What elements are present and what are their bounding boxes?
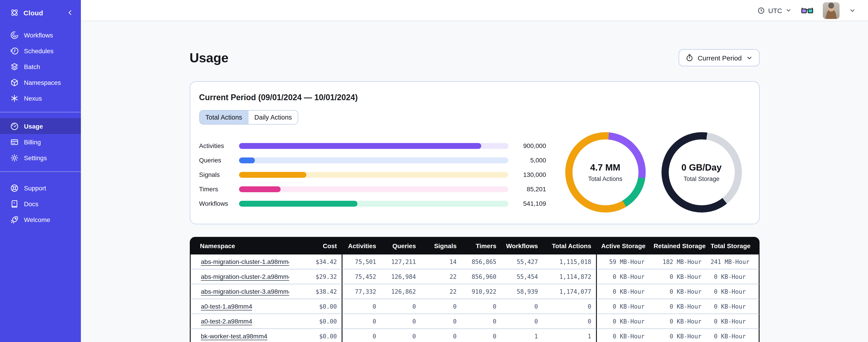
namespace-cell: abs-migration-cluster-2.a98mm4 bbox=[190, 269, 289, 284]
sidebar-item-settings[interactable]: Settings bbox=[0, 150, 81, 166]
table-cell: $38.42 bbox=[289, 284, 341, 299]
gauge-icon bbox=[10, 122, 19, 131]
sidebar-item-welcome[interactable]: Welcome bbox=[0, 212, 81, 228]
table-cell: $0.00 bbox=[289, 329, 341, 342]
tab-total-actions[interactable]: Total Actions bbox=[199, 110, 248, 124]
donut-label: Total Actions bbox=[588, 175, 622, 182]
namespace-link[interactable]: abs-migration-cluster-3.a98mm4 bbox=[201, 288, 289, 295]
bar-fill bbox=[239, 201, 357, 206]
sidebar-item-usage[interactable]: Usage bbox=[0, 118, 81, 134]
bar-label: Activities bbox=[199, 142, 239, 149]
clock-icon bbox=[757, 6, 765, 14]
table-cell: 0 bbox=[421, 329, 461, 342]
table-cell: 0 KB-Hour bbox=[706, 329, 759, 342]
nav-main: Workflows Schedules bbox=[0, 27, 81, 106]
sidebar-collapse-icon[interactable] bbox=[66, 9, 74, 16]
namespace-link[interactable]: a0-test-1.a98mm4 bbox=[201, 303, 252, 310]
col-header-timers: Timers bbox=[461, 237, 501, 254]
sidebar-item-billing[interactable]: Billing bbox=[0, 134, 81, 150]
table-cell: 0 KB-Hour bbox=[596, 269, 649, 284]
table-cell: $34.42 bbox=[289, 254, 341, 269]
table-cell: 0 KB-Hour bbox=[649, 314, 706, 329]
table-cell: 0 bbox=[542, 299, 596, 314]
sidebar-item-label: Billing bbox=[24, 138, 41, 145]
table-cell: 1 bbox=[501, 329, 542, 342]
table-cell: 0 KB-Hour bbox=[596, 329, 649, 342]
table-cell: 127,211 bbox=[381, 254, 421, 269]
sidebar-item-label: Settings bbox=[24, 154, 47, 161]
col-header-total-actions: Total Actions bbox=[542, 237, 596, 254]
table-cell: $0.00 bbox=[289, 314, 341, 329]
usage-summary-card: Current Period (09/01/2024 — 10/01/2024)… bbox=[190, 81, 759, 224]
sidebar-item-label: Nexus bbox=[24, 95, 42, 102]
bar-fill bbox=[239, 143, 481, 149]
table-cell: 0 KB-Hour bbox=[649, 284, 706, 299]
bar-value: 5,000 bbox=[508, 157, 546, 164]
table-cell: 1 bbox=[542, 329, 596, 342]
col-header-workflows: Workflows bbox=[501, 237, 542, 254]
tab-daily-actions[interactable]: Daily Actions bbox=[248, 110, 298, 124]
sidebar: Cloud Workflows bbox=[0, 0, 81, 342]
col-header-active-storage: Active Storage bbox=[596, 237, 649, 254]
bar-value: 130,000 bbox=[508, 171, 546, 178]
table-cell: 126,862 bbox=[381, 284, 421, 299]
workflows-icon bbox=[10, 30, 19, 39]
namespace-link[interactable]: a0-test-2.a98mm4 bbox=[201, 318, 252, 325]
table-cell: 14 bbox=[421, 254, 461, 269]
sidebar-item-schedules[interactable]: Schedules bbox=[0, 43, 81, 59]
table-cell: 182 MB-Hour bbox=[649, 254, 706, 269]
table-cell: 0 KB-Hour bbox=[596, 314, 649, 329]
namespaces-icon bbox=[10, 78, 19, 87]
sidebar-item-docs[interactable]: Docs bbox=[0, 196, 81, 212]
bar-fill bbox=[239, 172, 306, 177]
account-chevron-down-icon[interactable] bbox=[849, 7, 856, 14]
sidebar-item-support[interactable]: Support bbox=[0, 180, 81, 196]
table-cell: 241 MB-Hour bbox=[706, 254, 759, 269]
sidebar-item-nexus[interactable]: Nexus bbox=[0, 90, 81, 106]
feedback-glasses-icon[interactable] bbox=[801, 6, 813, 14]
table-cell: 0 bbox=[461, 329, 501, 342]
bar-label: Timers bbox=[199, 185, 239, 193]
table-cell: 0 KB-Hour bbox=[706, 284, 759, 299]
namespace-link[interactable]: bk-worker-test.a98mm4 bbox=[201, 333, 267, 340]
sidebar-item-label: Workflows bbox=[24, 31, 53, 39]
table-cell: 0 KB-Hour bbox=[596, 299, 649, 314]
actions-bar-chart: Activities 900,000 Queries 5,000 Signals bbox=[199, 138, 546, 211]
table-cell: 1,114,872 bbox=[542, 269, 596, 284]
bar-track bbox=[239, 201, 508, 206]
col-header-namespace: Namespace bbox=[190, 237, 289, 254]
table-cell: 0 bbox=[461, 314, 501, 329]
brand-row: Cloud bbox=[0, 0, 81, 25]
sidebar-item-workflows[interactable]: Workflows bbox=[0, 27, 81, 43]
table-cell: 0 bbox=[421, 314, 461, 329]
period-selector-button[interactable]: Current Period bbox=[679, 49, 759, 66]
chevron-down-icon bbox=[785, 7, 792, 13]
table-cell: 0 bbox=[421, 299, 461, 314]
table-cell: 22 bbox=[421, 284, 461, 299]
app-window: Cloud Workflows bbox=[0, 0, 868, 342]
actions-tabs: Total Actions Daily Actions bbox=[199, 110, 298, 125]
table-cell: 1,115,018 bbox=[542, 254, 596, 269]
col-header-queries: Queries bbox=[381, 237, 421, 254]
table-cell: 0 bbox=[381, 299, 421, 314]
bar-track bbox=[239, 157, 508, 163]
book-icon bbox=[10, 199, 19, 208]
table-cell: 58,939 bbox=[501, 284, 542, 299]
col-header-retained-storage: Retained Storage bbox=[649, 237, 706, 254]
namespace-cell: a0-test-2.a98mm4 bbox=[190, 314, 289, 329]
sidebar-item-namespaces[interactable]: Namespaces bbox=[0, 74, 81, 90]
timezone-selector[interactable]: UTC bbox=[757, 6, 792, 14]
table-cell: $0.00 bbox=[289, 299, 341, 314]
table-cell: 0 bbox=[341, 314, 381, 329]
sidebar-item-batch[interactable]: Batch bbox=[0, 59, 81, 74]
bar-fill bbox=[239, 186, 281, 192]
bar-fill bbox=[239, 157, 255, 163]
table-cell: 0 KB-Hour bbox=[596, 284, 649, 299]
user-avatar[interactable] bbox=[823, 2, 840, 19]
table-cell: 126,984 bbox=[381, 269, 421, 284]
namespace-cell: bk-worker-test.a98mm4 bbox=[190, 329, 289, 342]
namespace-link[interactable]: abs-migration-cluster-2.a98mm4 bbox=[201, 273, 289, 280]
billing-icon bbox=[10, 137, 19, 146]
namespace-link[interactable]: abs-migration-cluster-1.a98mm4 bbox=[201, 258, 289, 265]
sidebar-item-label: Docs bbox=[24, 200, 38, 207]
